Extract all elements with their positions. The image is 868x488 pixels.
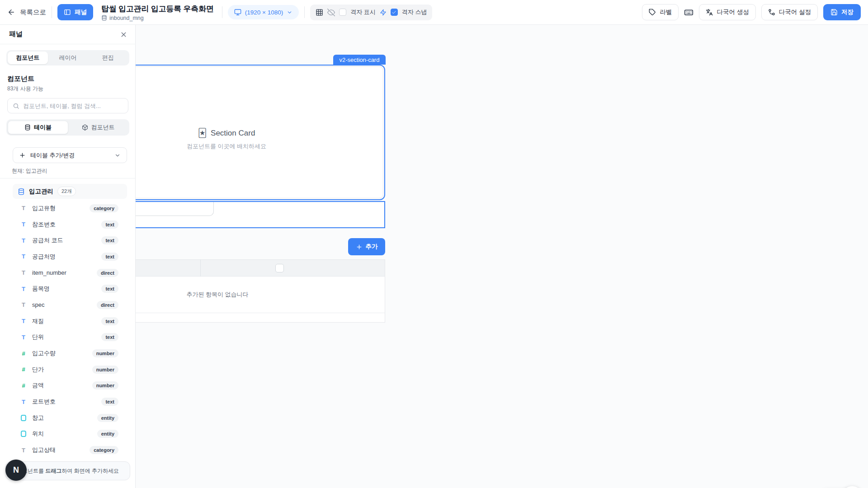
panel-toggle-label: 패널 <box>75 8 87 16</box>
label-button-label: 라벨 <box>660 8 672 16</box>
field-row[interactable]: 단위text <box>0 329 136 346</box>
mode-table-button[interactable]: 테이블 <box>8 121 68 134</box>
grid-show-label: 격자 표시 <box>350 8 376 16</box>
text-field-icon <box>20 399 27 405</box>
field-name: 창고 <box>32 414 92 422</box>
text-field-icon <box>20 318 27 324</box>
toolbar-divider <box>52 6 52 18</box>
chevron-down-icon <box>114 152 121 159</box>
field-name: 입고유형 <box>32 204 85 212</box>
section-card-title: Section Card <box>211 129 255 138</box>
i18n-generate-label: 다국어 생성 <box>717 8 749 16</box>
field-row[interactable]: 로트번호text <box>0 394 136 410</box>
field-row[interactable]: 입고유형category <box>0 200 136 216</box>
add-row-label: 추가 <box>366 243 378 251</box>
current-table-label: 현재: 입고관리 <box>12 167 47 175</box>
keyboard-shortcuts-button[interactable] <box>684 8 693 17</box>
field-row[interactable]: 금액number <box>0 378 136 394</box>
table-group-header[interactable]: 입고관리 22개 <box>13 184 127 199</box>
arrow-left-icon <box>7 8 15 16</box>
field-type-badge: entity <box>97 430 118 438</box>
back-to-list-label: 목록으로 <box>20 8 46 17</box>
drag-hint-bold: 드래그 <box>45 468 61 474</box>
available-count: 83개 사용 가능 <box>7 85 43 93</box>
component-search-input[interactable] <box>23 103 123 109</box>
text-field-icon <box>20 447 27 454</box>
component-panel: 패널 컴포넌트 레이어 편집 컴포넌트 83개 사용 가능 테이블 컴포넌트 <box>0 25 136 488</box>
resolution-selector[interactable]: (868 × 488) <box>228 5 299 19</box>
screen-title-block: 탑씰 입고관리 입고등록 우측화면 inbound_mng <box>101 4 214 21</box>
field-row[interactable]: 공급처명text <box>0 249 136 265</box>
field-list: 입고유형category 참조번호text 공급처 코드text 공급처명tex… <box>0 200 136 458</box>
field-type-badge: text <box>101 398 118 406</box>
label-button[interactable]: 라벨 <box>642 4 679 20</box>
i18n-settings-label: 다국어 설정 <box>779 8 811 16</box>
translate-icon <box>706 9 713 16</box>
grid-icon <box>316 9 323 16</box>
plus-icon <box>19 152 26 159</box>
entity-field-icon <box>20 431 27 437</box>
grid-snap-checkbox[interactable] <box>391 9 398 16</box>
field-row[interactable]: 위치entity <box>0 426 136 442</box>
package-icon <box>82 124 88 131</box>
field-type-badge: direct <box>97 269 118 277</box>
field-type-badge: text <box>101 285 118 293</box>
panel-toggle-button[interactable]: 패널 <box>57 4 93 20</box>
ui-builder-page: 목록으로 패널 탑씰 입고관리 입고등록 우측화면 inbound_mng (1… <box>0 0 868 488</box>
save-button[interactable]: 저장 <box>823 4 861 20</box>
app-logo-badge[interactable]: N <box>5 460 27 481</box>
field-row[interactable]: 창고entity <box>0 410 136 426</box>
field-name: spec <box>32 301 92 308</box>
text-field-icon <box>20 253 27 260</box>
field-row[interactable]: 참조번호text <box>0 216 136 233</box>
field-row[interactable]: 입고수량number <box>0 345 136 361</box>
column-divider <box>200 260 201 277</box>
text-field-icon <box>20 334 27 341</box>
tab-components[interactable]: 컴포넌트 <box>8 52 48 64</box>
field-name: 로트번호 <box>32 398 96 406</box>
field-type-badge: text <box>101 317 118 325</box>
grid-show-checkbox[interactable] <box>339 9 346 16</box>
field-name: 품목명 <box>32 285 96 293</box>
select-all-checkbox[interactable] <box>275 264 284 272</box>
field-row[interactable]: 공급처 코드text <box>0 232 136 249</box>
i18n-settings-button[interactable]: 다국어 설정 <box>761 4 818 20</box>
field-row[interactable]: 재질text <box>0 313 136 329</box>
panel-close-button[interactable] <box>120 30 129 39</box>
field-row[interactable]: item_numberdirect <box>0 265 136 281</box>
panel-left-icon <box>64 9 71 16</box>
number-field-icon <box>20 382 27 389</box>
field-name: 단위 <box>32 333 96 341</box>
field-type-badge: number <box>92 366 118 374</box>
text-field-icon <box>20 286 27 292</box>
i18n-generate-button[interactable]: 다국어 생성 <box>699 4 755 20</box>
field-type-badge: number <box>92 349 118 357</box>
top-toolbar: 목록으로 패널 탑씰 입고관리 입고등록 우측화면 inbound_mng (1… <box>0 0 868 25</box>
tab-layers[interactable]: 레이어 <box>48 52 88 64</box>
mode-component-button[interactable]: 컴포넌트 <box>68 121 128 134</box>
section-card-hint: 컴포넌트를 이곳에 배치하세요 <box>187 142 266 150</box>
field-row[interactable]: 단가number <box>0 361 136 378</box>
keyboard-icon <box>684 8 693 17</box>
field-type-badge: number <box>92 381 118 389</box>
monitor-icon <box>234 9 241 16</box>
number-field-icon <box>20 350 27 357</box>
assistant-badge[interactable]: 🏝️ <box>842 486 863 488</box>
field-row[interactable]: 품목명text <box>0 281 136 297</box>
back-to-list-button[interactable]: 목록으로 <box>7 8 46 17</box>
field-type-badge: text <box>101 236 118 244</box>
text-field-icon <box>20 301 27 308</box>
grid-snap-label: 격자 스냅 <box>402 8 427 16</box>
field-row[interactable]: 입고상태category <box>0 442 136 458</box>
field-name: item_number <box>32 269 92 276</box>
field-name: 공급처명 <box>32 253 96 261</box>
add-row-button[interactable]: 추가 <box>348 238 385 255</box>
components-section-title: 컴포넌트 <box>7 75 34 83</box>
grid-options-group: 격자 표시 격자 스냅 <box>310 5 432 20</box>
tab-edit[interactable]: 편집 <box>88 52 128 64</box>
save-button-label: 저장 <box>841 8 854 16</box>
field-row[interactable]: specdirect <box>0 297 136 313</box>
entity-field-icon <box>20 415 27 421</box>
add-change-table-button[interactable]: 테이블 추가/변경 <box>13 147 127 163</box>
panel-divider <box>0 178 136 178</box>
